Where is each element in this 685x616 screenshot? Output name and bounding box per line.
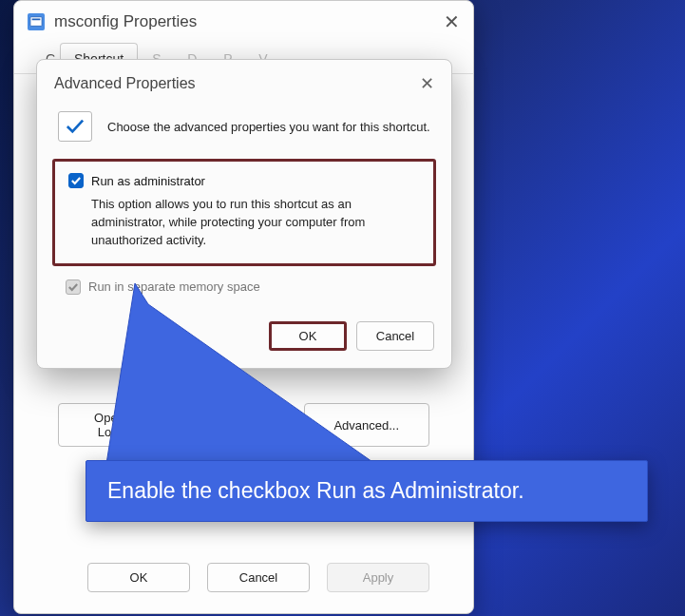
change-icon-button[interactable]: Chang	[201, 403, 287, 447]
separate-memory-checkbox	[66, 279, 81, 295]
shortcut-mid-buttons: Open File Location Chang Advanced...	[58, 403, 429, 447]
titlebar: msconfig Properties ✕	[14, 1, 473, 43]
run-as-admin-checkbox[interactable]	[68, 173, 84, 188]
separate-memory-label: Run in separate memory space	[88, 279, 260, 294]
ok-button[interactable]: OK	[87, 563, 190, 592]
apply-button: Apply	[327, 563, 429, 592]
separate-memory-option: Run in separate memory space	[66, 279, 423, 295]
ok-button[interactable]: OK	[269, 321, 347, 351]
close-icon[interactable]: ✕	[444, 12, 460, 31]
annotation-text: Enable the checkbox Run as Administrator…	[107, 478, 524, 503]
shortcut-checkmark-icon	[58, 111, 92, 142]
dialog-buttons: OK Cancel	[37, 321, 451, 351]
advanced-properties-dialog: Advanced Properties ✕ Choose the advance…	[36, 59, 452, 369]
dialog-title: Advanced Properties	[54, 75, 196, 92]
app-icon	[28, 13, 45, 30]
intro-text: Choose the advanced properties you want …	[107, 120, 430, 134]
cancel-button[interactable]: Cancel	[207, 563, 310, 592]
svg-rect-0	[30, 17, 42, 27]
close-icon[interactable]: ✕	[420, 73, 434, 94]
svg-rect-1	[32, 19, 41, 21]
titlebar: Advanced Properties ✕	[37, 60, 451, 104]
run-as-admin-option[interactable]: Run as administrator	[68, 173, 420, 188]
dialog-buttons: OK Cancel Apply	[35, 549, 452, 592]
run-as-admin-description: This option allows you to run this short…	[91, 196, 414, 250]
run-as-admin-highlight: Run as administrator This option allows …	[52, 159, 436, 266]
annotation-callout: Enable the checkbox Run as Administrator…	[86, 460, 648, 522]
window-title: msconfig Properties	[54, 12, 197, 31]
intro-row: Choose the advanced properties you want …	[37, 104, 451, 159]
open-file-location-button[interactable]: Open File Location	[58, 403, 184, 447]
advanced-button[interactable]: Advanced...	[304, 403, 430, 447]
run-as-admin-label: Run as administrator	[91, 174, 205, 188]
cancel-button[interactable]: Cancel	[356, 321, 434, 351]
